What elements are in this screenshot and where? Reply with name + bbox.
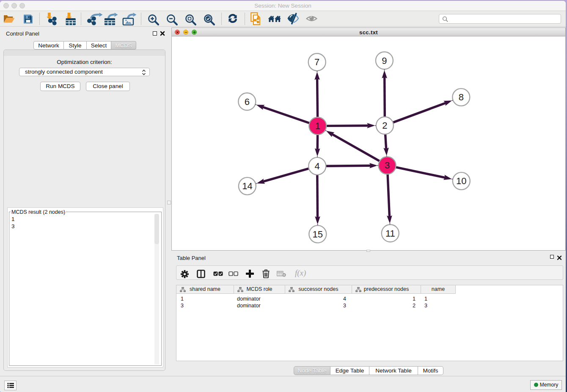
svg-text:10: 10	[456, 176, 466, 186]
svg-text:1: 1	[315, 121, 320, 131]
svg-text:9: 9	[382, 55, 387, 66]
svg-text:7: 7	[314, 57, 319, 67]
svg-text:4: 4	[315, 161, 320, 171]
svg-text:2: 2	[382, 120, 387, 131]
svg-text:8: 8	[459, 92, 464, 102]
svg-text:3: 3	[385, 160, 390, 171]
svg-text:6: 6	[245, 97, 250, 107]
svg-text:11: 11	[385, 228, 395, 239]
svg-text:14: 14	[242, 181, 252, 191]
svg-text:15: 15	[313, 229, 323, 240]
